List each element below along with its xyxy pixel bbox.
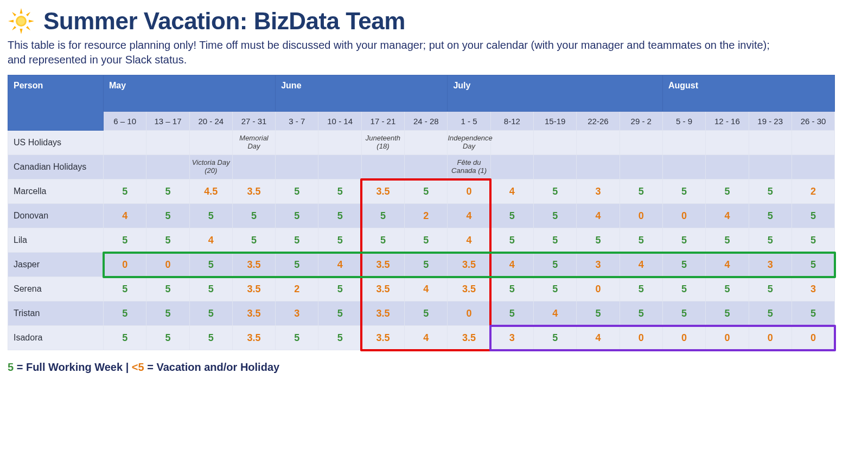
person-row: Tristan5553.5353.55054555555: [8, 301, 835, 326]
holiday-cell: [318, 131, 361, 155]
week-value: 4: [318, 253, 361, 277]
week-value: 5: [792, 301, 834, 326]
week-value: 5: [749, 179, 792, 204]
week-value: 5: [189, 204, 232, 228]
person-name: Lila: [8, 228, 104, 253]
week-value: 5: [706, 228, 749, 253]
holiday-cell: [490, 131, 533, 155]
month-header-row: Person MayJuneJulyAugust: [8, 75, 835, 112]
week-value: 5: [405, 179, 448, 204]
week-value: 5: [405, 253, 448, 277]
week-value: 5: [232, 204, 275, 228]
person-name: Marcella: [8, 179, 104, 204]
week-header: 1 - 5: [448, 112, 490, 131]
page-subtitle: This table is for resource planning only…: [8, 38, 778, 67]
person-row: Jasper0053.5543.553.545345435: [8, 253, 835, 277]
week-value: 5: [577, 301, 620, 326]
holiday-cell: Victoria Day (20): [189, 155, 232, 179]
svg-marker-7: [26, 12, 30, 16]
vacation-table: Person MayJuneJulyAugust 6 – 1013 – 1720…: [8, 75, 835, 350]
week-value: 2: [792, 179, 834, 204]
week-header: 19 - 23: [749, 112, 792, 131]
week-value: 5: [490, 228, 533, 253]
holiday-cell: [620, 131, 662, 155]
week-value: 0: [792, 326, 834, 350]
vacation-table-wrap: Person MayJuneJulyAugust 6 – 1013 – 1720…: [8, 75, 834, 350]
week-header: 17 - 21: [361, 112, 404, 131]
holiday-cell: [620, 155, 662, 179]
week-value: 0: [577, 277, 620, 301]
week-value: 5: [792, 228, 834, 253]
week-value: 5: [620, 228, 662, 253]
holiday-cell: [318, 155, 361, 179]
holiday-cell: [405, 155, 448, 179]
week-value: 5: [577, 228, 620, 253]
person-name: Isadora: [8, 326, 104, 350]
legend-part-num: <5: [132, 361, 144, 373]
week-value: 4: [577, 326, 620, 350]
week-header: 24 - 28: [405, 112, 448, 131]
week-header: 29 - 2: [620, 112, 662, 131]
holiday-cell: [104, 131, 146, 155]
svg-point-1: [17, 17, 25, 25]
legend: 5 = Full Working Week | <5 = Vacation an…: [8, 361, 860, 374]
week-value: 0: [104, 253, 146, 277]
holiday-cell: [577, 155, 620, 179]
week-header: 26 - 30: [792, 112, 834, 131]
holiday-cell: [577, 131, 620, 155]
week-header: 13 – 17: [146, 112, 189, 131]
legend-full-text: = Full Working Week |: [14, 361, 132, 373]
week-value: 5: [405, 301, 448, 326]
holiday-cell: [490, 155, 533, 179]
holiday-cell: [146, 155, 189, 179]
holiday-cell: Memorial Day: [232, 131, 275, 155]
person-column-header: Person: [8, 75, 104, 131]
week-value: 5: [662, 179, 705, 204]
holiday-cell: [405, 131, 448, 155]
week-value: 5: [405, 228, 448, 253]
row-label: US Holidays: [8, 131, 104, 155]
svg-marker-2: [20, 8, 23, 14]
week-value: 4.5: [189, 179, 232, 204]
week-value: 3.5: [448, 277, 490, 301]
person-name: Serena: [8, 277, 104, 301]
week-value: 5: [276, 204, 318, 228]
week-value: 3.5: [361, 277, 404, 301]
week-value: 0: [706, 326, 749, 350]
week-value: 4: [405, 326, 448, 350]
week-value: 0: [662, 326, 705, 350]
week-value: 3.5: [361, 253, 404, 277]
week-value: 5: [620, 301, 662, 326]
week-value: 5: [534, 204, 577, 228]
week-value: 2: [405, 204, 448, 228]
week-header: 27 - 31: [232, 112, 275, 131]
week-value: 0: [620, 204, 662, 228]
holiday-cell: [749, 155, 792, 179]
week-value: 5: [276, 326, 318, 350]
holiday-cell: Juneteenth (18): [361, 131, 404, 155]
week-value: 5: [189, 326, 232, 350]
person-row: Donovan45555552455400455: [8, 204, 835, 228]
page-title: Summer Vacation: BizData Team: [43, 8, 405, 35]
week-value: 5: [706, 179, 749, 204]
holiday-cell: [662, 131, 705, 155]
week-value: 5: [189, 301, 232, 326]
week-value: 5: [490, 277, 533, 301]
person-name: Tristan: [8, 301, 104, 326]
week-value: 4: [577, 204, 620, 228]
person-row: Serena5553.5253.543.555055553: [8, 277, 835, 301]
week-value: 3.5: [232, 277, 275, 301]
holiday-cell: [534, 131, 577, 155]
holiday-row: Canadian HolidaysVictoria Day (20)Fête d…: [8, 155, 835, 179]
svg-marker-8: [12, 26, 16, 30]
week-value: 0: [620, 326, 662, 350]
week-value: 5: [146, 301, 189, 326]
week-value: 5: [104, 179, 146, 204]
holiday-row: US HolidaysMemorial DayJuneteenth (18)In…: [8, 131, 835, 155]
person-row: Marcella554.53.5553.55045355552: [8, 179, 835, 204]
page-title-row: Summer Vacation: BizData Team: [8, 8, 860, 35]
week-value: 5: [276, 228, 318, 253]
svg-marker-3: [20, 29, 23, 34]
week-value: 5: [361, 204, 404, 228]
week-value: 5: [146, 179, 189, 204]
